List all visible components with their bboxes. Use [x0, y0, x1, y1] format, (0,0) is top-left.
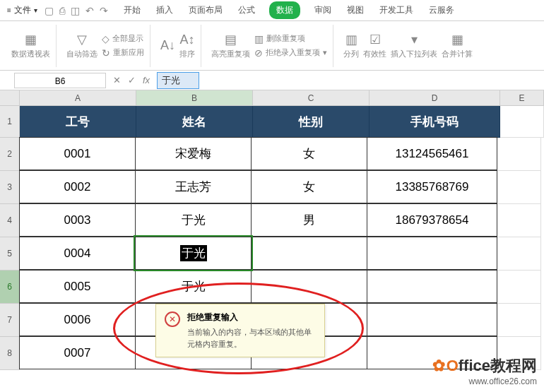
cell[interactable]: 于光	[135, 270, 252, 303]
cell[interactable]: 0005	[19, 270, 136, 303]
autofilter-button[interactable]: ▽自动筛选	[66, 32, 97, 59]
tab-formula[interactable]: 公式	[237, 1, 256, 19]
reject-dup-icon: ⊘	[254, 47, 263, 59]
cell[interactable]: 0002	[19, 170, 136, 203]
print-icon[interactable]: ⎙	[59, 5, 65, 16]
cell[interactable]: 男	[251, 203, 367, 237]
cell[interactable]: 手机号码	[369, 106, 500, 138]
splitcols-button[interactable]: ▥分列	[343, 32, 359, 59]
cancel-icon[interactable]: ✕	[113, 75, 121, 85]
highlight-dup-button[interactable]: ▤高亮重复项	[211, 32, 250, 59]
cell[interactable]: 18679378654	[367, 203, 497, 237]
column-headers: ABCDE	[20, 90, 544, 106]
cell[interactable]	[367, 270, 497, 303]
pivot-button[interactable]: ▦数据透视表	[11, 32, 50, 59]
cell[interactable]: 性别	[253, 106, 369, 138]
cell[interactable]: 王志芳	[135, 170, 252, 203]
cell[interactable]: 宋爱梅	[135, 137, 252, 170]
cell[interactable]: 于光	[135, 203, 252, 237]
cell[interactable]: 0007	[19, 336, 136, 369]
consolidate-button[interactable]: ▦合并计算	[442, 32, 473, 59]
col-header-C[interactable]: C	[253, 90, 369, 106]
cell[interactable]	[251, 270, 367, 303]
cell[interactable]: 女	[251, 137, 367, 170]
watermark-logo-icon: ✿	[432, 357, 445, 374]
fx-icon[interactable]: fx	[143, 75, 150, 85]
validation-button[interactable]: ☑有效性	[363, 32, 386, 59]
row-header-8[interactable]: 8	[0, 337, 20, 370]
cell[interactable]	[251, 237, 367, 270]
cell[interactable]	[497, 304, 541, 337]
tab-insert[interactable]: 插入	[155, 1, 175, 19]
col-header-B[interactable]: B	[136, 90, 253, 106]
cell[interactable]	[497, 237, 541, 271]
cell[interactable]	[500, 106, 544, 138]
row-header-3[interactable]: 3	[0, 171, 20, 204]
delete-dup-icon: ▥	[254, 33, 264, 44]
cell[interactable]	[497, 271, 541, 304]
showall-icon: ◇	[102, 33, 110, 44]
quick-access-toolbar: ▢ ⎙ ◫ ↶ ↷	[45, 5, 108, 16]
tab-home[interactable]: 开始	[122, 1, 142, 19]
duplicate-warning-popup: ✕ 拒绝重复输入 当前输入的内容，与本区域的其他单元格内容重复。	[155, 304, 325, 357]
row-header-2[interactable]: 2	[0, 138, 20, 171]
cell[interactable]: 于光	[135, 237, 252, 270]
row-header-4[interactable]: 4	[0, 204, 20, 237]
pivot-icon: ▦	[25, 32, 37, 47]
col-header-A[interactable]: A	[20, 90, 136, 106]
row-headers: 12345678	[0, 106, 20, 370]
dropdown-button[interactable]: ▾插入下拉列表	[391, 32, 437, 59]
reapply-icon: ↻	[102, 47, 110, 59]
name-box[interactable]: B6	[14, 73, 106, 88]
sort-button[interactable]: A↕排序	[179, 32, 195, 59]
cell[interactable]: 工号	[20, 106, 136, 138]
row-header-5[interactable]: 5	[0, 237, 20, 271]
menubar: ≡ 文件 ▾ ▢ ⎙ ◫ ↶ ↷ 开始 插入 页面布局 公式 数据 审阅 视图 …	[0, 0, 544, 21]
reject-dup-button[interactable]: ⊘拒绝录入重复项▾	[254, 47, 327, 59]
save-icon[interactable]: ▢	[45, 5, 54, 16]
cell[interactable]	[497, 204, 541, 237]
sort-icon: A↕	[180, 32, 195, 47]
showall-button[interactable]: ◇全部显示	[102, 33, 144, 44]
tab-layout[interactable]: 页面布局	[187, 1, 224, 19]
cell[interactable]: 13385768769	[367, 170, 497, 203]
tab-cloud[interactable]: 云服务	[427, 1, 456, 19]
cell[interactable]: 0004	[19, 237, 136, 270]
cell[interactable]: 0003	[19, 203, 136, 237]
cell[interactable]	[497, 171, 541, 204]
chevron-down-icon: ▾	[34, 6, 37, 14]
preview-icon[interactable]: ◫	[71, 5, 80, 16]
cell[interactable]: 0006	[19, 303, 136, 336]
sort-asc-button[interactable]: A↓	[160, 38, 175, 53]
cell[interactable]: 姓名	[136, 106, 253, 138]
col-header-D[interactable]: D	[369, 90, 500, 106]
cell[interactable]: 13124565461	[367, 137, 497, 170]
undo-icon[interactable]: ↶	[85, 5, 94, 16]
file-menu[interactable]: ≡ 文件 ▾	[7, 4, 37, 16]
row-header-1[interactable]: 1	[0, 106, 20, 138]
tab-view[interactable]: 视图	[345, 1, 365, 19]
row-header-7[interactable]: 7	[0, 304, 20, 337]
row-header-6[interactable]: 6	[0, 271, 20, 304]
cell[interactable]	[497, 138, 541, 171]
validation-icon: ☑	[369, 32, 381, 47]
watermark-url: www.office26.com	[432, 376, 537, 386]
tab-data[interactable]: 数据	[269, 1, 300, 19]
enter-icon[interactable]: ✓	[128, 75, 136, 85]
cell[interactable]	[367, 237, 497, 270]
col-header-E[interactable]: E	[500, 90, 544, 106]
warning-body: 当前输入的内容，与本区域的其他单元格内容重复。	[187, 326, 316, 350]
error-icon: ✕	[165, 311, 180, 327]
highlight-icon: ▤	[225, 32, 237, 47]
cell[interactable]: 0001	[19, 137, 136, 170]
tab-review[interactable]: 审阅	[313, 1, 333, 19]
file-label: 文件	[14, 4, 31, 16]
redo-icon[interactable]: ↷	[100, 5, 108, 16]
reapply-button[interactable]: ↻重新应用	[102, 47, 144, 59]
formula-input[interactable]: 于光	[157, 72, 199, 89]
tab-dev[interactable]: 开发工具	[378, 1, 415, 19]
cell[interactable]: 女	[251, 170, 367, 203]
select-all-corner[interactable]	[0, 90, 20, 106]
cell[interactable]	[367, 303, 497, 336]
delete-dup-button[interactable]: ▥删除重复项	[254, 33, 327, 44]
